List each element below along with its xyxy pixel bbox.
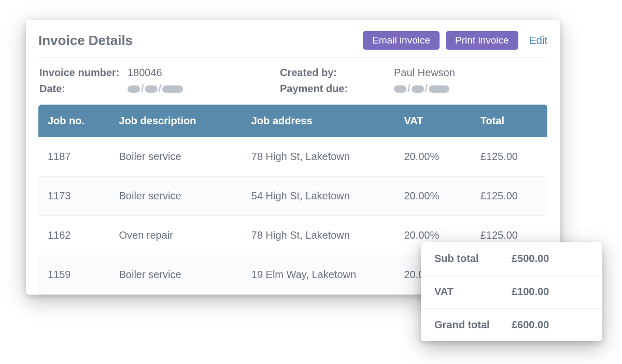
col-job-description: Job description	[109, 105, 242, 137]
vat-total-label: VAT	[434, 286, 512, 298]
cell-job-no: 1173	[38, 176, 109, 215]
print-invoice-button[interactable]: Print invoice	[446, 31, 518, 50]
edit-link[interactable]: Edit	[530, 35, 547, 47]
cell-vat: 20.00%	[394, 176, 471, 215]
email-invoice-button[interactable]: Email invoice	[363, 31, 440, 50]
created-by-label: Created by:	[280, 67, 394, 79]
table-row: 1187 Boiler service 78 High St, Laketown…	[38, 137, 547, 177]
header-actions: Email invoice Print invoice Edit	[363, 31, 547, 50]
table-row: 1173 Boiler service 54 High St, Laketown…	[38, 176, 547, 215]
vat-row: VAT £100.00	[421, 275, 602, 309]
invoice-meta: Invoice number: 180046 Created by: Paul …	[38, 57, 547, 105]
vat-total-value: £100.00	[512, 286, 589, 298]
subtotal-row: Sub total £500.00	[421, 242, 602, 275]
cell-job-no: 1162	[38, 215, 109, 255]
cell-vat: 20.00%	[394, 137, 471, 177]
cell-total: £125.00	[471, 137, 547, 177]
col-job-address: Job address	[242, 105, 395, 137]
date-value: //	[128, 83, 280, 95]
page-title: Invoice Details	[38, 33, 133, 49]
card-header: Invoice Details Email invoice Print invo…	[38, 31, 547, 57]
grand-total-value: £600.00	[512, 319, 589, 331]
created-by-value: Paul Hewson	[394, 67, 546, 79]
cell-address: 78 High St, Laketown	[242, 137, 395, 177]
cell-total: £125.00	[471, 176, 547, 215]
payment-due-value: //	[394, 83, 546, 95]
cell-address: 19 Elm Way, Laketown	[242, 255, 395, 294]
cell-job-no: 1187	[38, 137, 109, 177]
cell-description: Boiler service	[109, 255, 242, 294]
totals-card: Sub total £500.00 VAT £100.00 Grand tota…	[421, 242, 602, 341]
table-header-row: Job no. Job description Job address VAT …	[38, 105, 547, 137]
subtotal-label: Sub total	[434, 253, 512, 265]
redacted-payment-due: //	[394, 83, 449, 95]
invoice-number-label: Invoice number:	[39, 67, 128, 79]
grand-total-label: Grand total	[434, 319, 512, 331]
cell-job-no: 1159	[38, 255, 109, 294]
cell-description: Boiler service	[109, 176, 242, 215]
col-job-no: Job no.	[38, 105, 109, 137]
date-label: Date:	[39, 83, 128, 95]
cell-address: 78 High St, Laketown	[242, 215, 395, 255]
payment-due-label: Payment due:	[280, 83, 394, 95]
subtotal-value: £500.00	[512, 253, 589, 265]
cell-address: 54 High St, Laketown	[242, 176, 395, 215]
col-total: Total	[471, 105, 547, 137]
grand-total-row: Grand total £600.00	[421, 309, 602, 341]
cell-description: Oven repair	[109, 215, 242, 255]
redacted-date: //	[128, 83, 183, 95]
col-vat: VAT	[394, 105, 471, 137]
cell-description: Boiler service	[109, 137, 242, 177]
invoice-number-value: 180046	[128, 67, 280, 79]
